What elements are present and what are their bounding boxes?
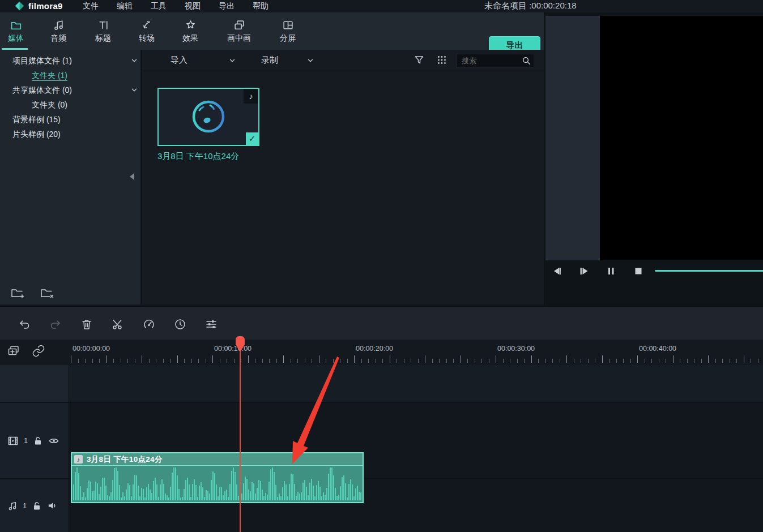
menu-item-tools[interactable]: 工具 <box>147 1 170 11</box>
app-logo-text: filmora9 <box>28 1 63 11</box>
search-box <box>457 54 534 68</box>
play-icon <box>578 265 590 277</box>
video-track-header: 1 <box>0 403 69 478</box>
previous-frame-button[interactable] <box>550 264 564 278</box>
pause-button[interactable] <box>604 264 618 278</box>
split-screen-icon <box>282 19 294 31</box>
add-track-icon[interactable] <box>7 344 20 358</box>
split-button[interactable] <box>111 318 125 331</box>
timeline: 00:00:00:00 00:00:10:00 00:00:20:00 00:0… <box>0 340 763 532</box>
play-button[interactable] <box>577 264 591 278</box>
ruler-ticks <box>71 355 763 364</box>
filmora-window: filmora9 文件 编辑 工具 视图 导出 帮助 未命名项目 :00:00:… <box>0 0 763 532</box>
redo-button[interactable] <box>49 318 62 331</box>
video-track-number: 1 <box>24 436 28 445</box>
chevron-down-icon <box>306 57 314 65</box>
search-icon[interactable] <box>522 56 531 66</box>
tab-split-screen[interactable]: 分屏 <box>272 12 304 50</box>
speed-icon <box>143 318 155 331</box>
sidebar-folder-actions <box>10 286 54 300</box>
media-panel-toolbar: 导入 录制 <box>142 50 544 71</box>
project-title: 未命名项目 :00:00:20:18 <box>484 0 577 12</box>
main-menu: 文件 编辑 工具 视图 导出 帮助 <box>79 0 272 12</box>
delete-button[interactable] <box>80 318 93 331</box>
import-dropdown[interactable]: 导入 <box>170 50 236 71</box>
stop-button[interactable] <box>632 264 645 278</box>
timeline-toolbar <box>0 306 763 340</box>
sidebar-item-background-samples[interactable]: 背景样例 (15) <box>0 113 153 126</box>
speaker-icon[interactable] <box>47 500 58 511</box>
trash-icon <box>80 318 93 331</box>
menu-item-edit[interactable]: 编辑 <box>113 1 136 11</box>
effects-star-icon <box>185 19 197 31</box>
transition-icon <box>141 19 153 31</box>
media-panel: 导入 录制 <box>141 50 544 304</box>
playhead-line <box>240 340 241 532</box>
media-item-card[interactable]: ♪ ✓ <box>157 88 259 146</box>
lock-open-icon[interactable] <box>32 501 42 511</box>
filter-icon[interactable] <box>414 55 424 65</box>
menu-item-view[interactable]: 视图 <box>181 1 204 11</box>
media-item-caption: 3月8日 下午10点24分 <box>157 151 239 162</box>
lock-open-icon[interactable] <box>33 436 43 446</box>
tab-transitions[interactable]: 转场 <box>131 12 163 50</box>
menu-bar: filmora9 文件 编辑 工具 视图 导出 帮助 未命名项目 :00:00:… <box>0 0 763 12</box>
media-library-sidebar: 项目媒体文件 (1) 文件夹 (1) 共享媒体文件 (0) 文件夹 (0) 背景… <box>0 50 140 304</box>
search-input[interactable] <box>457 57 522 65</box>
link-icon[interactable] <box>32 344 45 358</box>
empty-track-area <box>69 365 763 402</box>
track-header-spacer <box>0 365 69 402</box>
preview-panel <box>544 12 763 306</box>
menu-item-export[interactable]: 导出 <box>215 1 238 11</box>
adjust-button[interactable] <box>204 318 218 331</box>
menu-item-file[interactable]: 文件 <box>79 1 102 11</box>
audio-clip[interactable]: ♪ 3月8日 下午10点24分 <box>71 452 364 503</box>
audio-track-header: 1 <box>0 479 69 532</box>
playback-controls <box>550 264 645 278</box>
chevron-down-icon <box>228 57 236 65</box>
chevron-down-icon[interactable] <box>130 86 138 94</box>
sidebar-item-intro-samples[interactable]: 片头样例 (20) <box>0 127 153 141</box>
preview-progress-bar[interactable] <box>655 270 763 272</box>
ruler-label: 00:00:40:00 <box>639 345 676 353</box>
speed-button[interactable] <box>142 318 156 331</box>
folder-remove-icon[interactable] <box>40 286 54 300</box>
sidebar-item-shared-media[interactable]: 共享媒体文件 (0) <box>0 83 153 97</box>
preview-letterbox <box>545 16 600 260</box>
panel-collapse-arrow-icon[interactable] <box>130 173 134 180</box>
adjust-sliders-icon <box>205 318 218 331</box>
eye-icon[interactable] <box>48 435 59 447</box>
title-icon <box>97 19 109 31</box>
video-track-icon <box>7 435 19 447</box>
asset-tab-bar: 媒体 音频 标题 转场 效果 画中画 <box>0 12 544 50</box>
tab-audio[interactable]: 音频 <box>42 12 74 50</box>
playhead-marker[interactable] <box>235 335 246 353</box>
duration-button[interactable] <box>173 318 187 331</box>
stop-icon <box>634 267 643 276</box>
tab-effects[interactable]: 效果 <box>174 12 206 50</box>
music-note-icon <box>53 19 65 31</box>
folder-icon <box>10 19 22 31</box>
sidebar-item-project-media[interactable]: 项目媒体文件 (1) <box>0 54 153 67</box>
audio-track-number: 1 <box>23 501 27 510</box>
redo-icon <box>49 318 62 331</box>
music-note-icon: ♪ <box>74 455 83 464</box>
scissors-icon <box>112 318 124 331</box>
audio-clip-header: ♪ 3月8日 下午10点24分 <box>72 453 363 466</box>
folder-add-icon[interactable] <box>10 286 25 300</box>
audio-waveform <box>73 466 361 500</box>
filmora-logo-icon <box>15 1 24 11</box>
chevron-down-icon[interactable] <box>130 57 138 65</box>
audio-clip-label: 3月8日 下午10点24分 <box>87 454 163 465</box>
clock-icon <box>174 318 186 331</box>
undo-button[interactable] <box>18 318 31 331</box>
menu-item-help[interactable]: 帮助 <box>249 1 272 11</box>
tab-titles[interactable]: 标题 <box>87 12 119 50</box>
video-preview[interactable] <box>600 16 763 260</box>
tab-media[interactable]: 媒体 <box>0 12 32 50</box>
audio-track-icon <box>7 501 18 511</box>
record-dropdown[interactable]: 录制 <box>261 50 314 71</box>
tab-pip[interactable]: 画中画 <box>218 12 261 50</box>
ruler-label: 00:00:30:00 <box>497 345 535 353</box>
grid-view-icon[interactable] <box>437 55 446 65</box>
